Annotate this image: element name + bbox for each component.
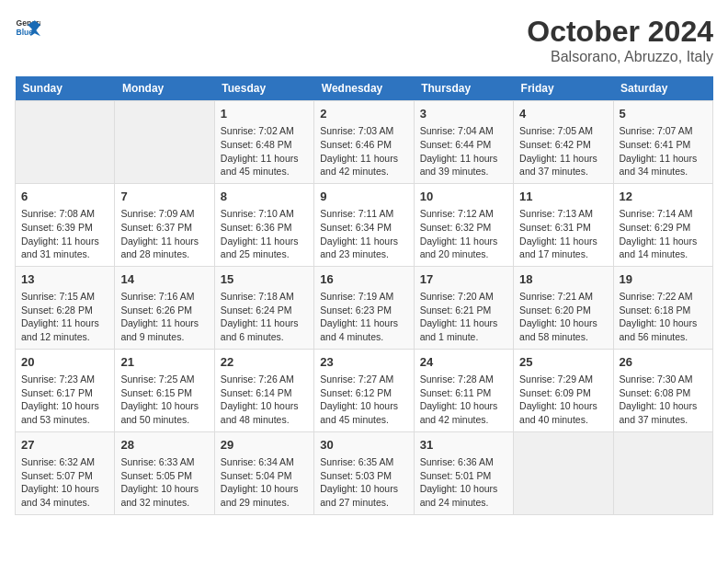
calendar-cell: 2Sunrise: 7:03 AMSunset: 6:46 PMDaylight…	[314, 101, 414, 184]
day-info-line: Daylight: 10 hours and 53 minutes.	[21, 400, 99, 425]
calendar-header-row: SundayMondayTuesdayWednesdayThursdayFrid…	[16, 76, 713, 101]
day-number: 22	[221, 354, 308, 371]
calendar-cell: 13Sunrise: 7:15 AMSunset: 6:28 PMDayligh…	[16, 266, 115, 349]
day-info-line: Daylight: 11 hours and 39 minutes.	[420, 153, 498, 178]
day-info-line: Sunrise: 7:19 AM	[320, 291, 393, 302]
day-info-line: Sunrise: 7:15 AM	[21, 291, 95, 302]
day-info: Sunrise: 6:32 AMSunset: 5:07 PMDaylight:…	[21, 455, 108, 510]
day-number: 29	[221, 437, 308, 454]
calendar-cell: 14Sunrise: 7:16 AMSunset: 6:26 PMDayligh…	[115, 266, 214, 349]
day-info-line: Daylight: 11 hours and 28 minutes.	[120, 236, 199, 260]
day-info-line: Daylight: 11 hours and 6 minutes.	[221, 317, 299, 342]
day-info-line: Sunset: 5:01 PM	[420, 470, 492, 481]
day-number: 25	[519, 354, 607, 371]
day-info-line: Daylight: 11 hours and 4 minutes.	[320, 317, 398, 342]
calendar-cell: 1Sunrise: 7:02 AMSunset: 6:48 PMDaylight…	[214, 101, 313, 184]
logo-icon: General Blue	[15, 15, 40, 40]
calendar-cell: 15Sunrise: 7:18 AMSunset: 6:24 PMDayligh…	[214, 266, 313, 349]
day-info-line: Sunrise: 7:30 AM	[620, 373, 693, 385]
day-info-line: Daylight: 10 hours and 34 minutes.	[21, 483, 99, 508]
day-number: 6	[21, 189, 108, 205]
day-info-line: Daylight: 10 hours and 48 minutes.	[221, 400, 299, 425]
day-info-line: Daylight: 11 hours and 20 minutes.	[420, 236, 498, 260]
day-number: 31	[420, 437, 507, 454]
day-info-line: Sunrise: 7:03 AM	[320, 125, 393, 136]
day-info-line: Sunset: 6:11 PM	[420, 387, 492, 398]
day-info: Sunrise: 7:22 AMSunset: 6:18 PMDaylight:…	[620, 290, 707, 344]
day-info: Sunrise: 7:08 AMSunset: 6:39 PMDaylight:…	[21, 207, 108, 261]
day-info-line: Sunset: 5:03 PM	[320, 470, 392, 481]
page-header: General Blue October 2024 Balsorano, Abr…	[15, 15, 713, 65]
day-info: Sunrise: 7:27 AMSunset: 6:12 PMDaylight:…	[320, 373, 407, 427]
calendar-cell: 11Sunrise: 7:13 AMSunset: 6:31 PMDayligh…	[514, 183, 613, 266]
day-info-line: Sunrise: 7:05 AM	[519, 125, 593, 136]
day-info-line: Sunrise: 7:23 AM	[21, 373, 95, 385]
day-info-line: Daylight: 11 hours and 45 minutes.	[221, 153, 299, 178]
day-info: Sunrise: 7:11 AMSunset: 6:34 PMDaylight:…	[320, 207, 407, 261]
day-number: 30	[320, 437, 407, 454]
day-number: 13	[21, 271, 108, 288]
day-info-line: Sunset: 6:29 PM	[620, 222, 691, 233]
day-info-line: Sunset: 6:17 PM	[21, 387, 93, 398]
day-info: Sunrise: 7:07 AMSunset: 6:41 PMDaylight:…	[620, 124, 707, 178]
calendar-cell: 28Sunrise: 6:33 AMSunset: 5:05 PMDayligh…	[115, 431, 214, 514]
day-info-line: Sunset: 6:42 PM	[519, 139, 591, 150]
calendar-week-3: 13Sunrise: 7:15 AMSunset: 6:28 PMDayligh…	[16, 266, 713, 349]
day-info-line: Sunset: 6:34 PM	[320, 222, 392, 233]
day-info-line: Daylight: 11 hours and 34 minutes.	[620, 153, 698, 178]
day-info-line: Daylight: 11 hours and 31 minutes.	[21, 236, 99, 260]
day-info-line: Daylight: 11 hours and 42 minutes.	[320, 153, 398, 178]
day-info: Sunrise: 7:29 AMSunset: 6:09 PMDaylight:…	[519, 373, 607, 427]
day-info: Sunrise: 7:26 AMSunset: 6:14 PMDaylight:…	[221, 373, 308, 427]
day-info: Sunrise: 6:35 AMSunset: 5:03 PMDaylight:…	[320, 455, 407, 510]
day-info-line: Sunrise: 7:08 AM	[21, 208, 95, 219]
day-info-line: Sunset: 6:21 PM	[420, 304, 492, 316]
day-info-line: Sunset: 6:12 PM	[320, 387, 392, 398]
day-info-line: Daylight: 11 hours and 9 minutes.	[120, 317, 199, 342]
day-info: Sunrise: 7:25 AMSunset: 6:15 PMDaylight:…	[120, 373, 208, 427]
calendar-cell: 18Sunrise: 7:21 AMSunset: 6:20 PMDayligh…	[514, 266, 613, 349]
calendar-cell: 4Sunrise: 7:05 AMSunset: 6:42 PMDaylight…	[514, 101, 613, 184]
day-info-line: Sunset: 6:23 PM	[320, 304, 392, 316]
day-info-line: Sunrise: 6:36 AM	[420, 456, 494, 467]
day-info-line: Sunset: 5:07 PM	[21, 470, 93, 481]
calendar-cell: 25Sunrise: 7:29 AMSunset: 6:09 PMDayligh…	[514, 349, 613, 431]
day-number: 24	[420, 354, 507, 371]
day-info-line: Sunrise: 7:25 AM	[120, 373, 194, 385]
logo: General Blue	[15, 15, 40, 40]
day-info: Sunrise: 7:04 AMSunset: 6:44 PMDaylight:…	[420, 124, 507, 178]
day-info-line: Daylight: 10 hours and 45 minutes.	[320, 400, 398, 425]
calendar-cell: 6Sunrise: 7:08 AMSunset: 6:39 PMDaylight…	[16, 183, 115, 266]
day-info: Sunrise: 7:28 AMSunset: 6:11 PMDaylight:…	[420, 373, 507, 427]
day-number: 4	[519, 106, 607, 122]
day-info-line: Sunrise: 6:33 AM	[120, 456, 194, 467]
day-info-line: Sunrise: 7:02 AM	[221, 125, 294, 136]
day-info-line: Sunrise: 6:32 AM	[21, 456, 95, 467]
title-block: October 2024 Balsorano, Abruzzo, Italy	[527, 15, 713, 65]
calendar-cell: 27Sunrise: 6:32 AMSunset: 5:07 PMDayligh…	[16, 431, 115, 514]
day-info-line: Daylight: 10 hours and 40 minutes.	[519, 400, 597, 425]
calendar-cell: 29Sunrise: 6:34 AMSunset: 5:04 PMDayligh…	[214, 431, 313, 514]
day-info: Sunrise: 7:13 AMSunset: 6:31 PMDaylight:…	[519, 207, 607, 261]
day-info: Sunrise: 7:16 AMSunset: 6:26 PMDaylight:…	[120, 290, 208, 344]
day-info: Sunrise: 7:09 AMSunset: 6:37 PMDaylight:…	[120, 207, 208, 261]
day-info-line: Sunset: 6:46 PM	[320, 139, 392, 150]
calendar-cell	[115, 101, 214, 184]
day-number: 2	[320, 106, 407, 122]
day-number: 3	[420, 106, 507, 122]
calendar-cell: 30Sunrise: 6:35 AMSunset: 5:03 PMDayligh…	[314, 431, 414, 514]
day-info-line: Sunset: 6:41 PM	[620, 139, 691, 150]
day-info-line: Sunrise: 7:26 AM	[221, 373, 294, 385]
day-info-line: Sunrise: 7:18 AM	[221, 291, 294, 302]
day-number: 7	[120, 189, 208, 205]
day-info-line: Daylight: 11 hours and 23 minutes.	[320, 236, 398, 260]
day-info-line: Daylight: 11 hours and 37 minutes.	[519, 153, 597, 178]
page-title: October 2024	[527, 15, 713, 49]
day-info-line: Sunrise: 7:20 AM	[420, 291, 494, 302]
day-info-line: Sunrise: 7:07 AM	[620, 125, 693, 136]
calendar-cell: 7Sunrise: 7:09 AMSunset: 6:37 PMDaylight…	[115, 183, 214, 266]
day-info: Sunrise: 7:10 AMSunset: 6:36 PMDaylight:…	[221, 207, 308, 261]
day-info-line: Sunset: 5:05 PM	[120, 470, 192, 481]
day-number: 1	[221, 106, 308, 122]
day-info-line: Sunset: 6:26 PM	[120, 304, 192, 316]
